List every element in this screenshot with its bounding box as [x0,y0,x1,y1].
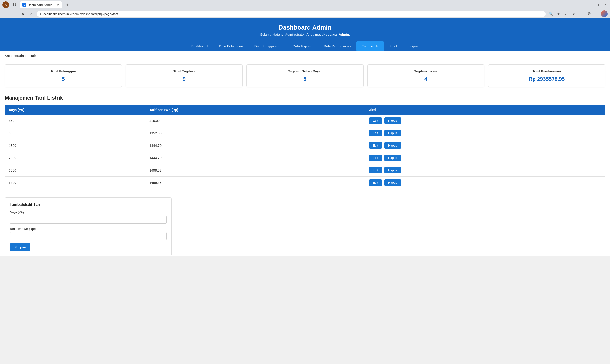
table-row: 2300 1444.70 Edit Hapus [5,152,605,164]
nav-item-data-penggunaan[interactable]: Data Penggunaan [249,41,287,51]
cell-aksi: Edit Hapus [365,139,605,152]
cell-daya: 5500 [5,177,146,189]
nav-list: DashboardData PelangganData PenggunaanDa… [0,41,610,51]
cell-aksi: Edit Hapus [365,164,605,177]
menu-button[interactable]: ⋯ [593,11,600,17]
col-tarif: Tarif per kWh (Rp) [146,105,365,115]
nav-item-data-tagihan[interactable]: Data Tagihan [287,41,318,51]
edit-button[interactable]: Edit [369,117,382,124]
delete-button[interactable]: Hapus [384,117,401,124]
zoom-button[interactable]: 🔍 [547,11,554,17]
cell-daya: 3500 [5,164,146,177]
page-title: Dashboard Admin [5,24,605,31]
new-tab-button[interactable]: + [64,2,71,8]
nav-item-profil[interactable]: Profil [384,41,403,51]
stat-card-total-tagihan: Total Tagihan 9 [126,64,243,87]
share-button[interactable]: → [578,11,585,17]
cell-daya: 450 [5,115,146,127]
minimize-button[interactable]: — [591,3,595,7]
stat-value: 9 [130,76,238,82]
delete-button[interactable]: Hapus [384,167,401,173]
daya-field-group: Daya (VA): [10,211,167,224]
cell-daya: 2300 [5,152,146,164]
nav-item-data-pelanggan[interactable]: Data Pelanggan [213,41,248,51]
browser-profile-avatar[interactable] [601,11,608,17]
nav-item-data-pembayaran[interactable]: Data Pembayaran [318,41,356,51]
stat-card-tagihan-belum-bayar: Tagihan Belum Bayar 5 [247,64,363,87]
page-header: Dashboard Admin Selamat datang, Administ… [0,18,610,41]
cell-daya: 900 [5,127,146,139]
form-section: Tambah/Edit Tarif Daya (VA): Tarif per k… [5,197,171,256]
edit-button[interactable]: Edit [369,179,382,186]
security-icon: ● [39,12,41,15]
reload-button[interactable]: ↻ [20,11,26,17]
bookmark-button[interactable]: ★ [555,11,562,17]
edit-button[interactable]: Edit [369,130,382,136]
stats-container: Total Pelanggan 5 Total Tagihan 9 Tagiha… [0,61,610,91]
nav-item-dashboard[interactable]: Dashboard [186,41,213,51]
stat-card-total-pembayaran: Total Pembayaran Rp 2935578.95 [488,64,605,87]
col-daya: Daya (VA) [5,105,146,115]
browser-tab[interactable]: D Dashboard Admin ✕ [20,1,63,8]
table-row: 5500 1699.53 Edit Hapus [5,177,605,189]
edit-button[interactable]: Edit [369,155,382,161]
daya-input[interactable] [10,216,167,224]
breadcrumb: Anda berada di: Tarif [0,51,610,61]
extensions-icon[interactable] [11,1,18,8]
daya-label: Daya (VA): [10,211,167,214]
cell-aksi: Edit Hapus [365,177,605,189]
cell-aksi: Edit Hapus [365,115,605,127]
nav-item-logout[interactable]: Logout [403,41,424,51]
subtitle-prefix: Selamat datang, Administrator! Anda masu… [260,33,338,37]
address-bar[interactable]: ● localhost/billec/public/admin/dashboar… [37,11,546,17]
table-header: Daya (VA) Tarif per kWh (Rp) Aksi [5,105,605,115]
favorites-button[interactable]: ★ [571,11,577,17]
stat-card-total-pelanggan: Total Pelanggan 5 [5,64,122,87]
stat-label: Total Tagihan [130,69,238,73]
nav-item-tarif-listrik[interactable]: Tarif Listrik [356,41,384,51]
table-header-row: Daya (VA) Tarif per kWh (Rp) Aksi [5,105,605,115]
back-button[interactable]: ← [2,11,9,17]
toolbar-actions: 🔍 ★ 🛡 ★ → ☹ ⋯ [547,11,608,17]
cell-aksi: Edit Hapus [365,127,605,139]
delete-button[interactable]: Hapus [384,179,401,186]
tab-close-button[interactable]: ✕ [57,3,60,7]
profile-avatar[interactable]: A [2,1,9,8]
cell-tarif: 1444.70 [146,152,365,164]
delete-button[interactable]: Hapus [384,155,401,161]
page: Dashboard Admin Selamat datang, Administ… [0,18,610,256]
browser-toolbar: ← → ↻ ⌂ ● localhost/billec/public/admin/… [0,10,610,18]
stat-value: 5 [250,76,359,82]
delete-button[interactable]: Hapus [384,142,401,149]
cell-tarif: 1699.53 [146,164,365,177]
stat-label: Tagihan Belum Bayar [250,69,359,73]
page-subtitle: Selamat datang, Administrator! Anda masu… [5,33,605,37]
tarif-label: Tarif per kWh (Rp): [10,227,167,231]
form-title: Tambah/Edit Tarif [10,203,167,207]
table-section: Manajemen Tarif Listrik Daya (VA) Tarif … [0,91,610,193]
shield-button[interactable]: 🛡 [563,11,570,17]
save-button[interactable]: Simpan [10,244,30,251]
cell-tarif: 1352.00 [146,127,365,139]
delete-button[interactable]: Hapus [384,130,401,136]
tab-favicon: D [22,3,26,7]
home-button[interactable]: ⌂ [28,11,35,17]
maximize-button[interactable]: ◻ [597,3,601,7]
edit-button[interactable]: Edit [369,167,382,173]
browser-chrome: A D Dashboard Admin ✕ + — ◻ ✕ ← → ↻ ⌂ ● … [0,0,610,18]
table-row: 450 415.00 Edit Hapus [5,115,605,127]
edit-button[interactable]: Edit [369,142,382,149]
stat-value: 4 [372,76,480,82]
tarif-input[interactable] [10,232,167,240]
cell-tarif: 1444.70 [146,139,365,152]
close-button[interactable]: ✕ [603,3,608,7]
breadcrumb-current: Tarif [29,54,36,58]
url-text: localhost/billec/public/admin/dashboard.… [43,12,543,16]
cell-daya: 1300 [5,139,146,152]
subtitle-role: Admin [338,33,349,37]
window-controls: — ◻ ✕ [591,3,608,7]
extensions-toolbar-button[interactable]: ☹ [586,11,592,17]
table-row: 3500 1699.53 Edit Hapus [5,164,605,177]
section-title: Manajemen Tarif Listrik [5,95,605,101]
forward-button[interactable]: → [11,11,18,17]
